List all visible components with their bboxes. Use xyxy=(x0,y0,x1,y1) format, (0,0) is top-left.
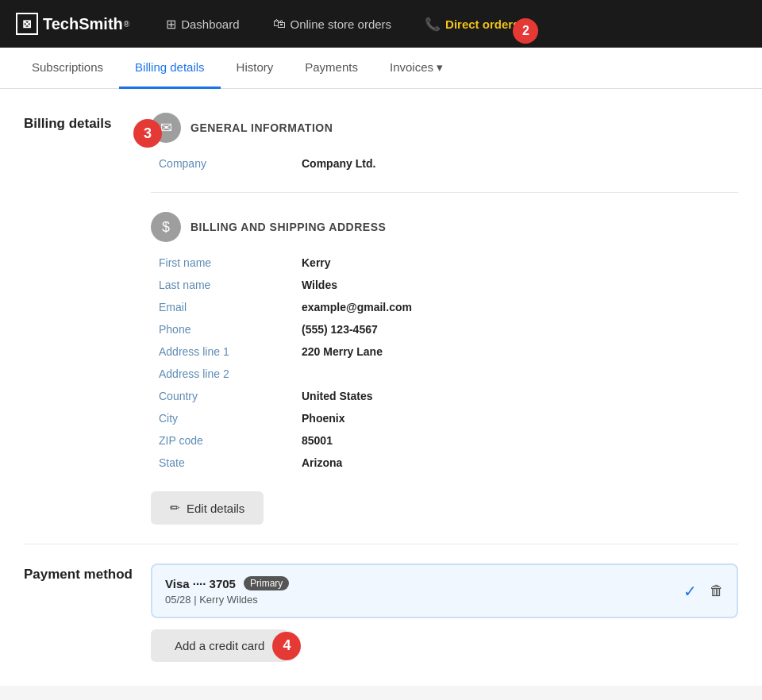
tab-invoices[interactable]: Invoices ▾ xyxy=(374,48,459,90)
edit-details-button[interactable]: ✏ Edit details xyxy=(151,491,264,525)
lastname-value: Wildes xyxy=(302,279,337,291)
field-city: City Phoenix xyxy=(151,412,738,425)
field-address1: Address line 1 220 Merry Lane xyxy=(151,345,738,358)
payment-card-actions: ✓ 🗑 xyxy=(683,582,724,601)
field-phone: Phone (555) 123-4567 xyxy=(151,323,738,336)
dashboard-icon: ⊞ xyxy=(166,17,176,32)
field-email: Email example@gmail.com xyxy=(151,301,738,313)
payment-section: Payment method Visa ···· 3705 Primary 05… xyxy=(24,563,738,662)
payment-card-top: Visa ···· 3705 Primary xyxy=(165,576,289,590)
field-state: State Arizona xyxy=(151,456,738,469)
city-value: Phoenix xyxy=(302,412,344,425)
main-content: Billing details ✉ GENERAL INFORMATION Co… xyxy=(0,89,762,686)
dollar-icon: $ xyxy=(151,212,181,242)
email-label: Email xyxy=(159,301,302,313)
tab-badge-3: 3 xyxy=(133,119,162,148)
nav-badge-2: 2 xyxy=(513,18,538,44)
trash-icon[interactable]: 🗑 xyxy=(710,583,724,599)
field-zip: ZIP code 85001 xyxy=(151,434,738,447)
brand-name: TechSmith xyxy=(43,15,123,33)
store-icon: 🛍 xyxy=(273,17,286,31)
zip-label: ZIP code xyxy=(159,434,302,447)
address-section: $ BILLING AND SHIPPING ADDRESS First nam… xyxy=(151,212,738,469)
phone-icon: 📞 xyxy=(425,17,441,32)
country-value: United States xyxy=(302,390,372,402)
brand-trademark: ® xyxy=(124,20,129,29)
brand-icon: ⊠ xyxy=(16,13,38,35)
field-company: Company Company Ltd. xyxy=(151,157,738,170)
payment-card-expiry: 05/28 | Kerry Wildes xyxy=(165,594,289,606)
company-value: Company Ltd. xyxy=(302,157,375,170)
general-info-section: ✉ GENERAL INFORMATION Company Company Lt… xyxy=(151,113,738,170)
add-card-badge-4: 4 xyxy=(272,632,301,660)
general-info-header: ✉ GENERAL INFORMATION xyxy=(151,113,738,143)
tabs-bar: Subscriptions 3 Billing details History … xyxy=(0,48,762,89)
billing-section: Billing details ✉ GENERAL INFORMATION Co… xyxy=(24,113,738,525)
city-label: City xyxy=(159,412,302,425)
address1-value: 220 Merry Lane xyxy=(302,345,383,358)
primary-badge: Primary xyxy=(244,576,289,590)
nav-dashboard[interactable]: ⊞ Dashboard xyxy=(153,10,252,38)
tab-payments[interactable]: Payments xyxy=(289,48,374,89)
checkmark-icon: ✓ xyxy=(683,582,697,601)
firstname-label: First name xyxy=(159,256,302,269)
billing-payment-divider xyxy=(24,544,738,544)
company-label: Company xyxy=(159,157,302,170)
nav-direct-orders-label: Direct orders xyxy=(445,17,519,31)
add-card-label: Add a credit card xyxy=(175,639,264,652)
address-title: BILLING AND SHIPPING ADDRESS xyxy=(190,221,386,233)
billing-right-panel: ✉ GENERAL INFORMATION Company Company Lt… xyxy=(151,113,738,525)
payment-right-panel: Visa ···· 3705 Primary 05/28 | Kerry Wil… xyxy=(151,563,738,662)
field-address2: Address line 2 xyxy=(151,367,738,380)
address2-label: Address line 2 xyxy=(159,367,302,380)
address1-label: Address line 1 xyxy=(159,345,302,358)
tab-subscriptions[interactable]: Subscriptions 3 xyxy=(16,48,119,89)
country-label: Country xyxy=(159,390,302,402)
address-header: $ BILLING AND SHIPPING ADDRESS xyxy=(151,212,738,242)
tab-history[interactable]: History xyxy=(221,48,290,89)
navbar-nav: ⊞ Dashboard 🛍 Online store orders 📞 Dire… xyxy=(153,10,746,38)
edit-button-label: Edit details xyxy=(187,502,244,515)
state-label: State xyxy=(159,456,302,469)
email-value: example@gmail.com xyxy=(302,301,412,313)
invoices-chevron-icon: ▾ xyxy=(437,60,443,75)
add-card-wrapper: Add a credit card 4 xyxy=(151,629,288,662)
field-lastname: Last name Wildes xyxy=(151,279,738,291)
brand-logo: ⊠ TechSmith ® xyxy=(16,13,129,35)
nav-online-store[interactable]: 🛍 Online store orders xyxy=(260,10,405,37)
state-value: Arizona xyxy=(302,456,342,469)
field-country: Country United States xyxy=(151,390,738,402)
payment-section-label: Payment method xyxy=(24,563,151,662)
nav-dashboard-label: Dashboard xyxy=(181,17,239,31)
navbar: ⊠ TechSmith ® ⊞ Dashboard 🛍 Online store… xyxy=(0,0,762,48)
billing-section-label: Billing details xyxy=(24,113,151,525)
general-info-title: GENERAL INFORMATION xyxy=(190,121,333,134)
lastname-label: Last name xyxy=(159,279,302,291)
pencil-icon: ✏ xyxy=(170,501,180,515)
zip-value: 85001 xyxy=(302,434,333,447)
payment-card: Visa ···· 3705 Primary 05/28 | Kerry Wil… xyxy=(151,563,738,618)
tab-billing-details[interactable]: Billing details xyxy=(119,48,221,89)
phone-value: (555) 123-4567 xyxy=(302,323,378,336)
field-firstname: First name Kerry xyxy=(151,256,738,269)
nav-online-store-label: Online store orders xyxy=(291,17,392,31)
payment-card-info: Visa ···· 3705 Primary 05/28 | Kerry Wil… xyxy=(165,576,289,606)
firstname-value: Kerry xyxy=(302,256,331,269)
section-divider-1 xyxy=(151,192,738,193)
payment-card-name: Visa ···· 3705 xyxy=(165,577,236,590)
nav-direct-orders-wrapper: 📞 Direct orders 2 xyxy=(412,10,532,38)
phone-label: Phone xyxy=(159,323,302,336)
add-credit-card-button[interactable]: Add a credit card xyxy=(151,629,288,662)
